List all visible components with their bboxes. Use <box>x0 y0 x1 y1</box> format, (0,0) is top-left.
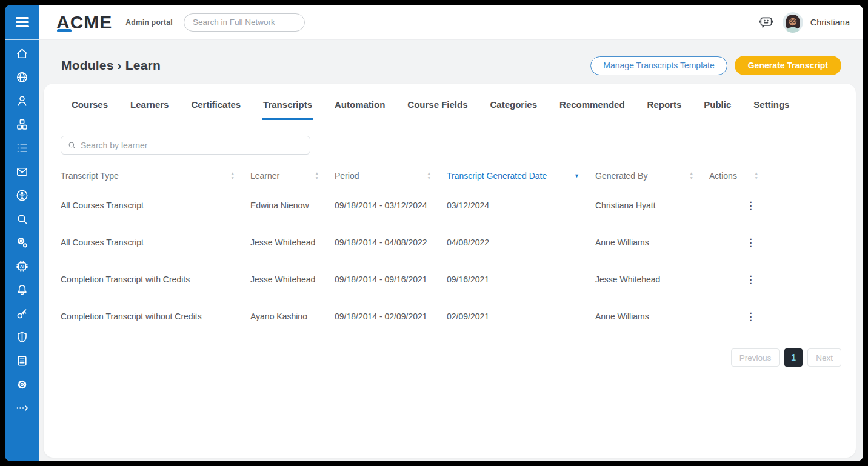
transcripts-table: Transcript Type▲▼Learner▲▼Period▲▼Transc… <box>61 165 774 335</box>
tab-courses[interactable]: Courses <box>70 96 109 120</box>
column-label: Learner <box>250 171 279 181</box>
module-tabs: CoursesLearnersCertificatesTranscriptsAu… <box>70 96 841 120</box>
cell-generated-by: Jesse Whitehead <box>595 275 709 284</box>
sidebar-item-home[interactable] <box>11 46 34 61</box>
avatar-image <box>783 12 803 33</box>
global-search-input[interactable] <box>184 13 305 32</box>
sidebar-item-search[interactable] <box>11 211 34 227</box>
sidebar-item-key[interactable] <box>11 306 34 321</box>
sort-icon: ▲▼ <box>427 171 431 181</box>
sidebar-items <box>5 40 39 416</box>
sidebar-item-gears[interactable] <box>11 235 34 250</box>
pagination-previous-button[interactable]: Previous <box>731 348 780 367</box>
tab-recommended[interactable]: Recommended <box>558 96 626 120</box>
cell-generated-by: Anne Williams <box>595 238 709 247</box>
manage-transcripts-template-button[interactable]: Manage Transcripts Template <box>590 56 727 75</box>
cell-generated-by: Anne Williams <box>595 311 709 321</box>
cell-generated-by: Christiana Hyatt <box>595 201 709 210</box>
top-header: ACME Admin portal <box>39 5 863 40</box>
row-actions-menu-button[interactable]: ⋮ <box>742 236 760 249</box>
cell-type: Completion Transcript without Credits <box>61 311 250 321</box>
app-window: ACME Admin portal <box>5 5 863 461</box>
avatar[interactable] <box>783 12 803 33</box>
tab-settings[interactable]: Settings <box>752 96 790 120</box>
sort-icon: ▲▼ <box>315 171 319 181</box>
cell-generated-date: 03/12/2024 <box>447 201 595 210</box>
mail-icon <box>15 165 29 179</box>
tab-certificates[interactable]: Certificates <box>190 96 242 120</box>
home-icon <box>15 47 29 61</box>
learner-search <box>61 136 310 155</box>
tab-learners[interactable]: Learners <box>129 96 170 120</box>
breadcrumb-parent: Modules <box>61 58 114 72</box>
list-icon <box>15 141 29 155</box>
sidebar-item-list[interactable] <box>11 141 34 156</box>
page-title: Learn <box>125 58 161 72</box>
learner-search-input[interactable] <box>81 141 304 150</box>
tab-public[interactable]: Public <box>703 96 732 120</box>
sidebar-menu-toggle[interactable] <box>5 5 39 40</box>
pagination-next-button[interactable]: Next <box>807 348 841 367</box>
sidebar-item-user[interactable] <box>11 93 34 108</box>
sidebar-item-bell[interactable] <box>11 282 34 298</box>
main-content: Modules›Learn Manage Transcripts Templat… <box>39 40 863 461</box>
chatbot-button[interactable] <box>757 13 775 32</box>
sidebar-item-more[interactable] <box>11 401 34 416</box>
table-header-row: Transcript Type▲▼Learner▲▼Period▲▼Transc… <box>61 165 774 187</box>
cell-generated-date: 09/16/2021 <box>447 275 595 284</box>
cell-type: All Courses Transcript <box>61 201 250 210</box>
generate-transcript-button[interactable]: Generate Transcript <box>735 56 841 75</box>
cell-actions: ⋮ <box>709 199 774 212</box>
column-header-actions[interactable]: Actions▲▼ <box>709 171 774 181</box>
tab-automation[interactable]: Automation <box>333 96 386 120</box>
pagination: Previous 1 Next <box>61 348 841 367</box>
accessibility-icon <box>15 188 29 202</box>
column-header-transcript-type[interactable]: Transcript Type▲▼ <box>61 171 250 181</box>
pagination-page-1-button[interactable]: 1 <box>784 348 803 367</box>
user-name: Christiana <box>810 18 850 27</box>
user-icon <box>15 94 29 108</box>
sidebar-item-mail[interactable] <box>11 164 34 179</box>
cell-learner: Ayano Kashino <box>250 311 335 321</box>
cell-generated-date: 02/09/2021 <box>447 311 595 321</box>
column-label: Generated By <box>595 171 647 181</box>
cell-type: Completion Transcript with Credits <box>61 275 250 284</box>
ai-chip-icon <box>15 259 29 273</box>
row-actions-menu-button[interactable]: ⋮ <box>742 310 760 323</box>
hamburger-icon <box>13 15 32 30</box>
column-header-transcript-generated-date[interactable]: Transcript Generated Date▼ <box>447 171 595 181</box>
cell-learner: Edwina Nienow <box>250 201 335 210</box>
row-actions-menu-button[interactable]: ⋮ <box>742 199 760 212</box>
brand-logo[interactable]: ACME <box>56 13 112 32</box>
sort-icon: ▲▼ <box>231 171 235 181</box>
sidebar-item-ai-chip[interactable] <box>11 259 34 274</box>
sidebar-item-shield[interactable] <box>11 330 34 345</box>
column-header-period[interactable]: Period▲▼ <box>335 171 447 181</box>
tab-course-fields[interactable]: Course Fields <box>406 96 469 120</box>
cell-period: 09/18/2014 - 04/08/2022 <box>335 238 447 247</box>
portal-label: Admin portal <box>125 18 173 27</box>
tab-transcripts[interactable]: Transcripts <box>262 96 313 120</box>
row-actions-menu-button[interactable]: ⋮ <box>742 273 760 286</box>
sidebar-item-accessibility[interactable] <box>11 188 34 203</box>
search-icon <box>67 141 76 150</box>
table-row: Completion Transcript without CreditsAya… <box>61 298 774 335</box>
sidebar <box>5 5 39 461</box>
gear-icon <box>15 378 29 391</box>
cell-learner: Jesse Whitehead <box>250 275 335 284</box>
sidebar-item-clipboard-list[interactable] <box>11 353 34 368</box>
sidebar-item-cubes[interactable] <box>11 117 34 132</box>
cell-actions: ⋮ <box>709 273 774 286</box>
bell-icon <box>15 283 29 297</box>
breadcrumb-separator: › <box>118 58 122 72</box>
column-header-generated-by[interactable]: Generated By▲▼ <box>595 171 709 181</box>
column-header-learner[interactable]: Learner▲▼ <box>250 171 335 181</box>
tab-reports[interactable]: Reports <box>646 96 683 120</box>
tab-categories[interactable]: Categories <box>489 96 539 120</box>
cubes-icon <box>15 118 29 131</box>
clipboard-list-icon <box>15 354 29 368</box>
search-icon <box>15 212 29 226</box>
sort-icon: ▲▼ <box>755 171 758 181</box>
sidebar-item-globe[interactable] <box>11 70 34 85</box>
sidebar-item-gear[interactable] <box>11 377 34 392</box>
